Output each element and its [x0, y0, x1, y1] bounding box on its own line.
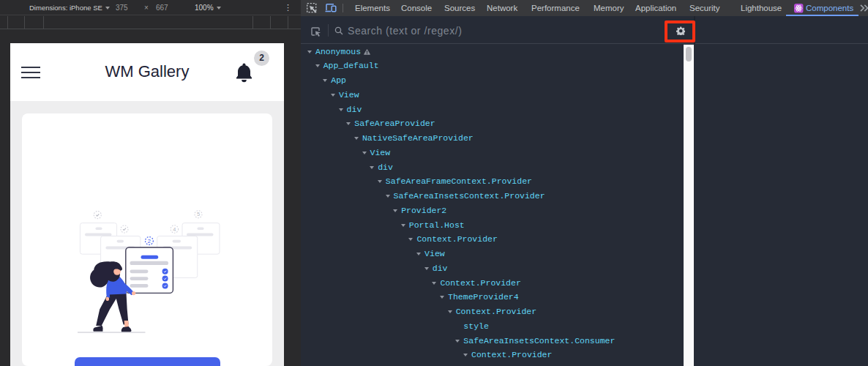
svg-text:5: 5: [197, 211, 200, 217]
svg-text:4: 4: [173, 226, 176, 233]
svg-text:2: 2: [148, 238, 151, 244]
